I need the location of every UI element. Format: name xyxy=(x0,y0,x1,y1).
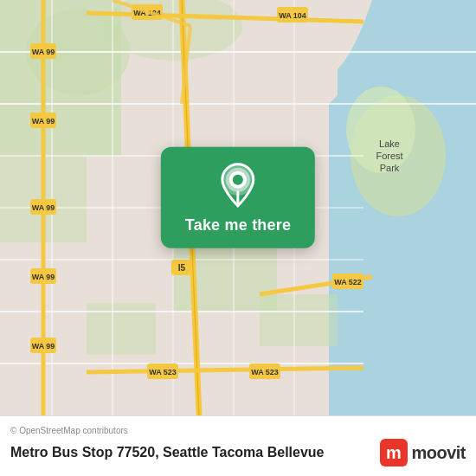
svg-text:WA 522: WA 522 xyxy=(334,278,362,286)
svg-text:WA 99: WA 99 xyxy=(32,203,55,212)
moovit-logo: m moovit xyxy=(380,439,466,466)
svg-text:WA 99: WA 99 xyxy=(32,342,55,351)
attribution-text: © OpenStreetMap contributors xyxy=(10,426,128,435)
svg-text:WA 99: WA 99 xyxy=(32,273,55,281)
stop-name: Metro Bus Stop 77520, Seattle Tacoma Bel… xyxy=(10,445,325,460)
bottom-bar: © OpenStreetMap contributors Metro Bus S… xyxy=(0,415,476,476)
svg-text:Forest: Forest xyxy=(376,151,402,161)
svg-text:WA 99: WA 99 xyxy=(32,48,55,56)
take-me-there-card: Take me there xyxy=(161,147,315,248)
svg-text:I5: I5 xyxy=(178,263,186,273)
svg-point-62 xyxy=(233,175,243,185)
svg-text:WA 104: WA 104 xyxy=(279,11,306,20)
svg-text:m: m xyxy=(387,443,402,462)
svg-text:Lake: Lake xyxy=(379,138,400,149)
svg-text:WA 99: WA 99 xyxy=(32,117,55,125)
svg-text:Park: Park xyxy=(380,163,400,173)
location-pin-icon xyxy=(219,163,257,209)
take-me-there-button[interactable]: Take me there xyxy=(185,216,291,235)
map-container: Lake Forest Park I5 I5 WA 99 xyxy=(0,0,476,415)
svg-rect-14 xyxy=(260,294,338,346)
moovit-text: moovit xyxy=(411,443,466,463)
svg-text:WA 523: WA 523 xyxy=(149,368,177,376)
bottom-info: Metro Bus Stop 77520, Seattle Tacoma Bel… xyxy=(10,439,466,466)
svg-text:WA 523: WA 523 xyxy=(251,368,279,376)
moovit-icon: m xyxy=(380,439,408,466)
take-me-there-overlay: Take me there xyxy=(161,147,315,248)
attribution: © OpenStreetMap contributors xyxy=(10,426,466,435)
